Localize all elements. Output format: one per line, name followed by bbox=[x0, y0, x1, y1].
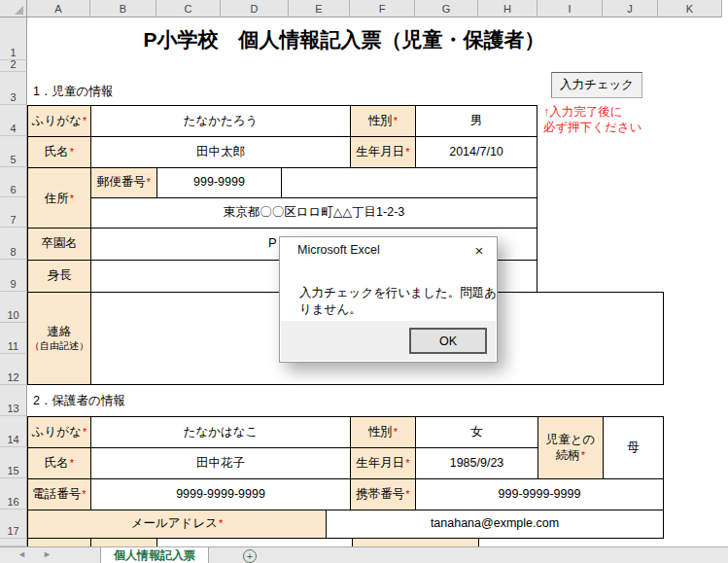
column-header-d[interactable]: D bbox=[221, 0, 289, 18]
row18-cell-f[interactable] bbox=[352, 539, 479, 546]
select-all-corner[interactable] bbox=[0, 0, 27, 18]
column-header-i[interactable]: I bbox=[537, 0, 603, 18]
child-postal-spacer-cell[interactable] bbox=[282, 167, 537, 197]
row-header-17[interactable]: 17 bbox=[0, 510, 27, 539]
guardian-furigana-cell[interactable]: たなかはなこ bbox=[90, 416, 350, 447]
child-address-label[interactable]: 住所* bbox=[27, 167, 90, 229]
row-header-3[interactable]: 3 bbox=[0, 72, 27, 105]
row-header-2[interactable]: 2 bbox=[0, 60, 27, 72]
column-header-k[interactable]: K bbox=[658, 0, 722, 18]
check-note-line1: ↑入力完了後に bbox=[543, 105, 656, 121]
column-header-a[interactable]: A bbox=[27, 0, 90, 18]
child-contact-label[interactable]: 連絡 （自由記述） bbox=[27, 292, 90, 385]
guardian-furigana-label[interactable]: ふりがな* bbox=[27, 416, 90, 447]
row18-cell-b[interactable] bbox=[90, 539, 157, 546]
column-header-b[interactable]: B bbox=[90, 0, 156, 18]
sheet-tab-active[interactable]: 個人情報記入票 bbox=[100, 547, 209, 563]
guardian-mobile-label[interactable]: 携帯番号* bbox=[350, 478, 415, 510]
sheet-nav-left-icon[interactable]: ◄ bbox=[17, 549, 26, 559]
row-header-7[interactable]: 7 bbox=[0, 197, 27, 228]
child-name-cell[interactable]: 田中太郎 bbox=[90, 136, 350, 167]
dialog-message: 入力チェックを行いました。問題ありません。 bbox=[299, 285, 497, 318]
select-all-triangle-icon bbox=[15, 6, 23, 15]
check-note-line2: 必ず押下ください bbox=[543, 121, 656, 136]
row-header-9[interactable]: 9 bbox=[0, 260, 27, 292]
row-header-13[interactable]: 13 bbox=[0, 385, 27, 416]
row-header-10[interactable]: 10 bbox=[0, 292, 27, 323]
row-header-12[interactable]: 12 bbox=[0, 354, 27, 385]
row-header-4[interactable]: 4 bbox=[0, 105, 27, 136]
guardian-relation-label[interactable]: 児童との 続柄* bbox=[537, 416, 603, 478]
dialog-ok-button[interactable]: OK bbox=[409, 328, 487, 354]
row18-cell-a[interactable] bbox=[27, 539, 90, 546]
guardian-phone-label[interactable]: 電話番号* bbox=[27, 478, 90, 510]
add-sheet-icon[interactable]: + bbox=[243, 549, 257, 563]
guardian-phone-cell[interactable]: 9999-9999-9999 bbox=[90, 478, 350, 510]
guardian-relation-cell[interactable]: 母 bbox=[603, 416, 664, 478]
guardian-mobile-cell[interactable]: 999-9999-9999 bbox=[415, 478, 664, 510]
row-header-6[interactable]: 6 bbox=[0, 167, 27, 197]
sheet-tab-bar: ◄ ► 個人情報記入票 + bbox=[0, 546, 728, 563]
child-sex-cell[interactable]: 男 bbox=[415, 105, 537, 136]
column-header-e[interactable]: E bbox=[289, 0, 350, 18]
child-birthdate-cell[interactable]: 2014/7/10 bbox=[415, 136, 537, 167]
row-header-8[interactable]: 8 bbox=[0, 228, 27, 260]
child-furigana-label[interactable]: ふりがな* bbox=[27, 105, 90, 136]
child-name-label[interactable]: 氏名* bbox=[27, 136, 90, 167]
dialog-footer: OK bbox=[281, 321, 496, 361]
child-postal-label[interactable]: 郵便番号* bbox=[90, 167, 156, 197]
guardian-email-cell[interactable]: tanahana@exmple.com bbox=[326, 510, 664, 539]
guardian-birthdate-label[interactable]: 生年月日* bbox=[350, 447, 415, 478]
guardian-sex-cell[interactable]: 女 bbox=[415, 416, 537, 447]
child-address-cell[interactable]: 東京都〇〇区ロロ町△△丁目1-2-3 bbox=[90, 197, 537, 228]
kindergarten-visible-fragment: P bbox=[268, 235, 277, 251]
row-header-1[interactable]: 1 bbox=[0, 18, 27, 60]
form-title: P小学校 個人情報記入票（児童・保護者） bbox=[27, 21, 661, 58]
relation-label-line2: 続柄* bbox=[556, 448, 585, 464]
row-header-11[interactable]: 11 bbox=[0, 323, 27, 354]
guardian-sex-label[interactable]: 性別* bbox=[350, 416, 415, 447]
column-header-j[interactable]: J bbox=[603, 0, 658, 18]
check-instruction-note: ↑入力完了後に 必ず押下ください bbox=[543, 105, 656, 135]
excel-message-dialog: Microsoft Excel × 入力チェックを行いました。問題ありません。 … bbox=[279, 236, 498, 363]
column-header-h[interactable]: H bbox=[478, 0, 537, 18]
child-height-label[interactable]: 身長 bbox=[27, 260, 90, 292]
section2-heading: 2．保護者の情報 bbox=[33, 393, 125, 409]
child-furigana-cell[interactable]: たなかたろう bbox=[90, 105, 350, 136]
sheet-nav-right-icon[interactable]: ► bbox=[43, 549, 52, 559]
dialog-title: Microsoft Excel bbox=[297, 243, 380, 257]
child-kindergarten-label[interactable]: 卒園名 bbox=[27, 228, 90, 260]
guardian-email-label[interactable]: メールアドレス* bbox=[27, 510, 326, 539]
input-check-button[interactable]: 入力チェック bbox=[551, 72, 642, 98]
child-sex-label[interactable]: 性別* bbox=[350, 105, 415, 136]
row-header-16[interactable]: 16 bbox=[0, 478, 27, 510]
child-birthdate-label[interactable]: 生年月日* bbox=[350, 136, 415, 167]
guardian-birthdate-cell[interactable]: 1985/9/23 bbox=[415, 447, 537, 478]
column-header-f[interactable]: F bbox=[350, 0, 415, 18]
dialog-close-icon[interactable]: × bbox=[468, 239, 491, 261]
excel-window: A B C D E F G H I J K 1 2 3 4 5 6 7 8 9 … bbox=[0, 0, 728, 563]
row-header-14[interactable]: 14 bbox=[0, 416, 27, 447]
row-header-5[interactable]: 5 bbox=[0, 136, 27, 167]
contact-label-sub: （自由記述） bbox=[30, 340, 88, 353]
column-header-c[interactable]: C bbox=[156, 0, 221, 18]
contact-label-main: 連絡 bbox=[48, 325, 72, 340]
row-header-18[interactable] bbox=[0, 539, 27, 546]
row-header-15[interactable]: 15 bbox=[0, 447, 27, 478]
section1-heading: 1．児童の情報 bbox=[33, 84, 113, 100]
child-postal-cell[interactable]: 999-9999 bbox=[156, 167, 282, 197]
guardian-name-label[interactable]: 氏名* bbox=[27, 447, 90, 478]
guardian-name-cell[interactable]: 田中花子 bbox=[90, 447, 350, 478]
column-header-g[interactable]: G bbox=[415, 0, 478, 18]
relation-label-line1: 児童との bbox=[546, 433, 596, 448]
